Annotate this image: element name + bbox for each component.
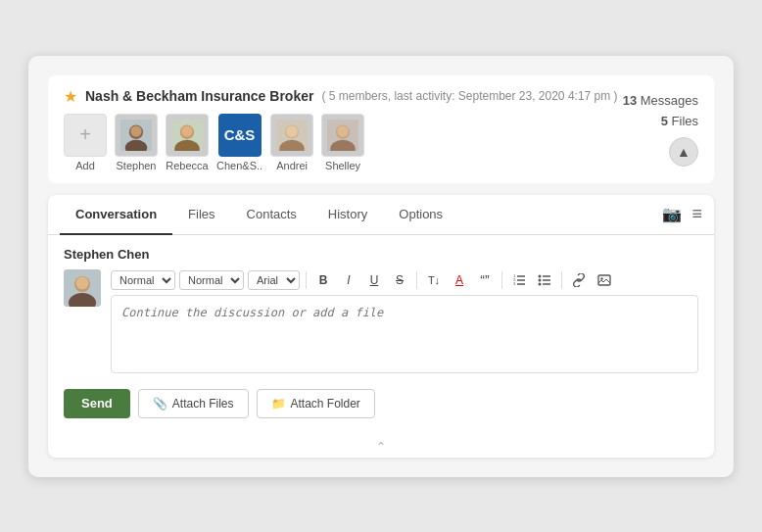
unordered-list-button[interactable] [534,269,555,291]
outer-card: ★ Nash & Beckham Insurance Broker ( 5 me… [28,56,734,477]
andrei-label: Andrei [276,160,308,171]
send-button[interactable]: Send [64,389,130,418]
group-info-left: ★ Nash & Beckham Insurance Broker ( 5 me… [64,87,618,171]
member-andrei[interactable]: Andrei [270,114,313,171]
messages-count: 13 [623,93,637,108]
menu-icon[interactable]: ≡ [691,204,702,224]
stephen-avatar[interactable] [115,114,158,157]
tabs-list: Conversation Files Contacts History Opti… [60,195,458,234]
font-select[interactable]: Arial [248,270,300,290]
attach-folder-button[interactable]: 📁 Attach Folder [257,389,375,418]
style-select-1[interactable]: Normal [111,270,175,290]
andrei-avatar[interactable] [270,114,313,157]
tab-files[interactable]: Files [172,195,230,235]
chens-avatar[interactable]: C&S [218,114,262,157]
bold-button[interactable]: B [312,269,334,291]
shelley-avatar[interactable] [321,114,364,157]
main-conversation-card: Conversation Files Contacts History Opti… [48,195,714,458]
underline-button[interactable]: U [363,269,385,291]
svg-rect-32 [598,275,610,285]
actions-row: Send 📎 Attach Files 📁 Attach Folder [64,389,698,418]
messages-label: Messages [641,93,698,108]
ordered-list-button[interactable]: 1.2.3. [508,269,530,291]
strikethrough-button[interactable]: S [389,269,410,291]
svg-point-30 [539,278,542,281]
files-count: 5 [661,114,668,128]
add-avatar[interactable]: + [64,114,107,157]
tab-conversation[interactable]: Conversation [60,195,172,235]
folder-icon: 📁 [271,397,286,411]
member-stephen[interactable]: Stephen [115,114,158,171]
style-select-2[interactable]: Normal [179,270,244,290]
compose-row: Normal Normal Arial B I U S [64,269,698,377]
content-area: Stephen Chen Normal [48,235,714,434]
svg-point-7 [181,125,192,136]
quote-button[interactable]: “” [474,269,496,291]
compose-textarea[interactable] [111,295,698,373]
group-title-row: ★ Nash & Beckham Insurance Broker ( 5 me… [64,87,618,106]
compose-editor-area: Normal Normal Arial B I U S [111,269,698,377]
camera-icon[interactable]: 📷 [662,205,682,223]
rebecca-avatar[interactable] [166,114,209,157]
editor-toolbar: Normal Normal Arial B I U S [111,269,698,291]
toolbar-divider-3 [501,271,502,289]
chevron-down-icon: ⌃ [376,440,386,454]
toolbar-divider-4 [561,271,562,289]
group-stats: 13 Messages 5 Files [623,91,698,132]
star-icon: ★ [64,87,77,106]
text-color-button[interactable]: A [449,269,470,291]
group-stats-right: 13 Messages 5 Files ▲ [623,91,698,168]
rebecca-label: Rebecca [166,160,208,171]
cns-logo-text: C&S [224,126,256,143]
attach-folder-label: Attach Folder [291,397,360,411]
toolbar-divider-2 [416,271,417,289]
link-button[interactable] [568,269,590,291]
svg-text:3.: 3. [513,281,516,286]
member-chens[interactable]: C&S Chen&S.. [216,114,262,171]
tab-actions: 📷 ≡ [662,204,702,224]
svg-point-3 [130,125,141,136]
bottom-arrow-area: ⌃ [48,434,714,458]
files-label: Files [672,114,698,128]
svg-point-33 [600,277,602,279]
members-row: + Add Stephen [64,114,618,171]
chens-label: Chen&S.. [216,160,262,171]
shelley-label: Shelley [325,160,360,171]
member-rebecca[interactable]: Rebecca [166,114,209,171]
svg-point-11 [286,125,297,136]
group-meta: ( 5 members, last activity: September 23… [321,89,617,103]
svg-point-29 [539,274,542,277]
toolbar-divider-1 [306,271,307,289]
italic-button[interactable]: I [338,269,359,291]
member-add[interactable]: + Add [64,114,107,171]
attach-files-label: Attach Files [172,397,234,411]
compose-user-avatar [64,269,101,307]
image-button[interactable] [594,269,615,291]
plus-icon: + [79,123,91,146]
tab-contacts[interactable]: Contacts [231,195,312,235]
svg-point-19 [76,276,89,289]
add-label: Add [75,160,95,171]
stephen-label: Stephen [117,160,157,171]
indent-button[interactable]: T↓ [423,269,445,291]
tabs-row: Conversation Files Contacts History Opti… [48,195,714,235]
svg-point-15 [337,125,348,136]
scroll-up-button[interactable]: ▲ [669,137,698,167]
group-header: ★ Nash & Beckham Insurance Broker ( 5 me… [48,75,714,183]
tab-history[interactable]: History [312,195,383,235]
tab-options[interactable]: Options [383,195,458,235]
group-name: Nash & Beckham Insurance Broker [85,88,313,104]
member-shelley[interactable]: Shelley [321,114,364,171]
attach-files-button[interactable]: 📎 Attach Files [138,389,249,418]
svg-point-31 [539,282,542,285]
compose-username: Stephen Chen [64,247,698,262]
paperclip-icon: 📎 [153,397,167,411]
